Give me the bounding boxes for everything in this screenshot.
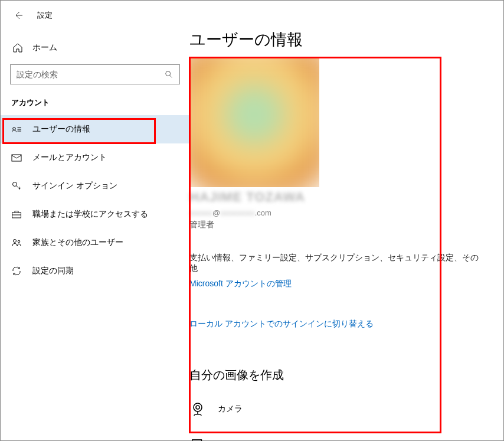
sidebar-item-family-other[interactable]: 家族とその他のユーザー bbox=[1, 228, 189, 257]
svg-point-10 bbox=[14, 240, 17, 243]
sidebar-item-label: ユーザーの情報 bbox=[32, 124, 90, 135]
camera-label: カメラ bbox=[218, 404, 243, 414]
email-local-part: xxxxxx bbox=[189, 208, 212, 217]
svg-point-11 bbox=[18, 240, 20, 243]
manage-account-link[interactable]: Microsoft アカウントの管理 bbox=[189, 279, 292, 289]
home-nav[interactable]: ホーム bbox=[1, 35, 189, 61]
svg-point-13 bbox=[196, 406, 199, 409]
svg-point-0 bbox=[166, 71, 171, 76]
image-option-browse[interactable]: 参照 bbox=[189, 435, 486, 441]
sync-icon bbox=[11, 266, 22, 276]
browse-icon bbox=[189, 437, 206, 441]
content-inner: ユーザーの情報 HAJIME TOZAWA xxxxxx @ xxxxxxxxx… bbox=[189, 29, 486, 441]
mail-icon bbox=[11, 152, 22, 163]
user-role: 管理者 bbox=[189, 220, 486, 230]
sidebar-item-email-accounts[interactable]: メールとアカウント bbox=[1, 143, 189, 172]
search-input[interactable] bbox=[17, 70, 164, 79]
sidebar-nav-list: ユーザーの情報 メールとアカウント サインイ bbox=[1, 115, 189, 285]
svg-line-1 bbox=[170, 76, 172, 78]
sidebar-item-label: サインイン オプション bbox=[32, 181, 117, 191]
home-label: ホーム bbox=[32, 43, 57, 53]
sidebar-item-label: メールとアカウント bbox=[32, 152, 107, 163]
settings-window: 設定 ホーム アカウント bbox=[0, 0, 504, 441]
svg-point-2 bbox=[13, 128, 16, 130]
email-domain: xxxxxxxxx bbox=[220, 208, 255, 217]
sidebar: 設定 ホーム アカウント bbox=[1, 1, 189, 440]
svg-point-12 bbox=[194, 403, 202, 411]
app-title: 設定 bbox=[37, 11, 53, 21]
search-icon bbox=[164, 70, 174, 79]
avatar-image bbox=[189, 57, 319, 187]
sidebar-item-work-school[interactable]: 職場または学校にアクセスする bbox=[1, 200, 189, 228]
sidebar-item-your-info[interactable]: ユーザーの情報 bbox=[1, 115, 189, 143]
page-title: ユーザーの情報 bbox=[189, 29, 486, 50]
search-box[interactable] bbox=[10, 64, 180, 84]
sidebar-item-label: 家族とその他のユーザー bbox=[32, 237, 123, 248]
image-option-camera[interactable]: カメラ bbox=[189, 398, 486, 420]
home-icon bbox=[12, 43, 23, 53]
user-info-section: HAJIME TOZAWA xxxxxx @ xxxxxxxxx .com 管理… bbox=[189, 57, 486, 441]
arrow-left-icon bbox=[14, 11, 23, 20]
billing-description: 支払い情報、ファミリー設定、サブスクリプション、セキュリティ設定、その他 bbox=[189, 253, 486, 274]
search-wrap bbox=[10, 64, 180, 84]
back-button[interactable] bbox=[12, 9, 24, 21]
switch-local-account-link[interactable]: ローカル アカウントでのサインインに切り替える bbox=[189, 319, 374, 329]
email-at: @ bbox=[212, 208, 220, 217]
user-name: HAJIME TOZAWA bbox=[189, 190, 486, 205]
user-avatar bbox=[189, 57, 319, 187]
sidebar-item-signin-options[interactable]: サインイン オプション bbox=[1, 172, 189, 200]
people-icon bbox=[11, 237, 22, 248]
briefcase-icon bbox=[11, 209, 22, 220]
sidebar-item-sync[interactable]: 設定の同期 bbox=[1, 257, 189, 285]
sidebar-item-label: 設定の同期 bbox=[32, 266, 74, 276]
window-header: 設定 bbox=[1, 3, 189, 28]
sidebar-item-label: 職場または学校にアクセスする bbox=[32, 209, 148, 220]
content-area: ユーザーの情報 HAJIME TOZAWA xxxxxx @ xxxxxxxxx… bbox=[189, 1, 503, 440]
sidebar-section-label: アカウント bbox=[1, 84, 189, 115]
user-card-icon bbox=[11, 124, 22, 135]
create-image-heading: 自分の画像を作成 bbox=[189, 367, 486, 383]
email-suffix: .com bbox=[255, 208, 271, 217]
svg-point-7 bbox=[13, 182, 17, 187]
user-email: xxxxxx @ xxxxxxxxx .com bbox=[189, 208, 486, 217]
key-icon bbox=[11, 181, 22, 191]
camera-icon bbox=[189, 401, 206, 417]
